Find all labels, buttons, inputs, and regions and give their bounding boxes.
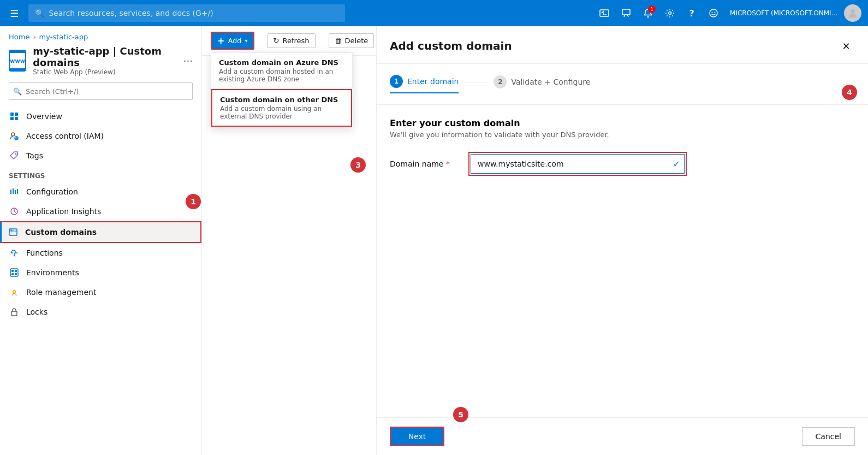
sidebar-item-role-management[interactable]: Role management: [0, 282, 201, 302]
add-button-label: Add: [228, 37, 241, 45]
add-button[interactable]: + Add ▾: [211, 32, 254, 50]
svg-rect-32: [11, 273, 14, 275]
svg-rect-25: [10, 230, 12, 231]
global-search-bar[interactable]: 🔍: [28, 4, 345, 22]
resource-title-area: my-static-app | Custom domains Static We…: [33, 45, 177, 76]
breadcrumb-home[interactable]: Home: [9, 33, 29, 41]
application-insights-icon: [9, 206, 20, 217]
breadcrumb-resource[interactable]: my-static-app: [39, 33, 88, 41]
svg-rect-29: [10, 269, 18, 276]
svg-point-17: [15, 153, 17, 155]
refresh-button[interactable]: ↻ Refresh: [267, 33, 316, 48]
cloud-shell-icon[interactable]: [594, 3, 614, 23]
resource-icon-www: www: [10, 53, 25, 68]
dropdown-item-other-dns-desc: Add a custom domain using an external DN…: [220, 105, 343, 120]
svg-point-6: [712, 12, 713, 13]
step-1[interactable]: 1 Enter domain: [390, 75, 459, 93]
dropdown-item-azure-dns[interactable]: Custom domain on Azure DNS Add a custom …: [211, 53, 352, 89]
help-icon[interactable]: ?: [682, 3, 701, 23]
hamburger-menu-icon[interactable]: ☰: [7, 4, 22, 22]
delete-button-label: Delete: [345, 37, 368, 45]
panel-close-button[interactable]: ✕: [837, 37, 855, 55]
access-control-icon: [9, 131, 20, 141]
functions-icon: [9, 247, 20, 258]
search-input[interactable]: [49, 9, 338, 17]
sidebar-item-overview[interactable]: Overview: [0, 107, 201, 126]
step-1-label: Enter domain: [407, 77, 459, 86]
topbar-icons: 1 ? MICROSOFT (MICROSOFT.ONMI...: [594, 3, 861, 23]
refresh-button-label: Refresh: [283, 37, 310, 45]
input-check-icon: ✓: [673, 159, 680, 169]
sidebar-item-access-control-label: Access control (IAM): [26, 132, 104, 140]
resource-title: my-static-app | Custom domains: [33, 45, 177, 68]
domain-input[interactable]: [471, 154, 685, 174]
sidebar-item-configuration-label: Configuration: [26, 187, 78, 196]
sidebar-item-tags[interactable]: Tags: [0, 146, 201, 166]
panel-title: Add custom domain: [390, 39, 512, 52]
user-account-label[interactable]: MICROSOFT (MICROSOFT.ONMI...: [726, 9, 842, 17]
resource-more-menu[interactable]: ···: [183, 55, 193, 67]
sidebar-item-access-control[interactable]: Access control (IAM): [0, 126, 201, 146]
svg-rect-35: [11, 311, 17, 316]
step-wizard: 1 Enter domain 2 Validate + Configure: [377, 64, 868, 105]
feedback-icon[interactable]: [616, 3, 636, 23]
svg-rect-0: [600, 10, 609, 16]
sidebar: Home › my-static-app www my-static-app |…: [0, 26, 202, 455]
notification-badge: 1: [648, 5, 656, 13]
svg-rect-12: [15, 117, 18, 120]
sidebar-item-role-management-label: Role management: [26, 288, 96, 297]
form-description: We'll give you information to validate w…: [390, 131, 855, 139]
breadcrumb: Home › my-static-app: [0, 26, 201, 41]
add-dropdown-menu: Custom domain on Azure DNS Add a custom …: [211, 52, 353, 127]
annotation-4: 4: [842, 85, 857, 100]
cancel-button[interactable]: Cancel: [802, 427, 855, 446]
breadcrumb-separator: ›: [33, 33, 35, 41]
svg-rect-30: [11, 270, 14, 272]
sidebar-item-environments[interactable]: Environments: [0, 263, 201, 282]
sidebar-item-tags-label: Tags: [26, 151, 43, 160]
search-icon: 🔍: [35, 9, 44, 17]
next-button[interactable]: Next: [390, 427, 444, 446]
smiley-icon[interactable]: [704, 3, 723, 23]
svg-rect-20: [15, 190, 16, 194]
svg-point-8: [851, 9, 855, 14]
sidebar-item-functions[interactable]: Functions: [0, 243, 201, 263]
sidebar-search-input[interactable]: [9, 82, 193, 100]
step-2-label: Validate + Configure: [511, 78, 590, 86]
sidebar-item-custom-domains[interactable]: Custom domains: [0, 221, 201, 243]
dropdown-item-azure-dns-title: Custom domain on Azure DNS: [219, 58, 344, 67]
panel-content: Enter your custom domain We'll give you …: [377, 105, 868, 417]
notifications-icon[interactable]: 1: [638, 3, 658, 23]
panel-footer: Next 5 Cancel: [377, 417, 868, 455]
domain-label: Domain name *: [390, 159, 455, 168]
step-2[interactable]: 2 Validate + Configure: [494, 75, 590, 93]
svg-rect-33: [15, 273, 17, 275]
user-avatar[interactable]: [844, 4, 861, 22]
dropdown-item-azure-dns-desc: Add a custom domain hosted in an existin…: [219, 68, 344, 83]
svg-rect-19: [13, 188, 14, 194]
delete-icon: 🗑: [335, 37, 342, 45]
sidebar-item-overview-label: Overview: [26, 112, 62, 121]
custom-domains-icon: [8, 227, 19, 238]
sidebar-item-application-insights[interactable]: Application Insights: [0, 202, 201, 221]
main-layout: Home › my-static-app www my-static-app |…: [0, 26, 868, 455]
settings-icon[interactable]: [660, 3, 680, 23]
svg-rect-18: [10, 190, 11, 194]
delete-button[interactable]: 🗑 Delete: [329, 33, 374, 48]
right-panel: Add custom domain ✕ 1 Enter domain 2 Val…: [377, 26, 868, 455]
annotation-3: 3: [350, 157, 366, 173]
sidebar-item-application-insights-label: Application Insights: [26, 207, 101, 216]
footer-left: Next 5: [390, 427, 444, 446]
resource-header: www my-static-app | Custom domains Stati…: [0, 41, 201, 82]
locks-icon: [9, 306, 20, 317]
sidebar-item-locks[interactable]: Locks: [0, 302, 201, 322]
overview-icon: [9, 111, 20, 122]
svg-rect-26: [13, 230, 14, 231]
resource-subtitle: Static Web App (Preview): [33, 68, 177, 76]
panel-header: Add custom domain ✕: [377, 26, 868, 64]
dropdown-item-other-dns[interactable]: Custom domain on other DNS Add a custom …: [211, 89, 352, 127]
sidebar-search: 🔍: [0, 82, 201, 107]
sidebar-item-configuration[interactable]: Configuration: [0, 182, 201, 202]
step-1-circle: 1: [390, 75, 403, 88]
svg-rect-31: [15, 270, 17, 272]
